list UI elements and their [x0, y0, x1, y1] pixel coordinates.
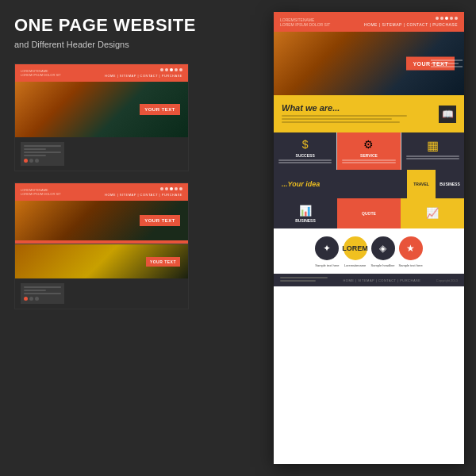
mockup1-dots	[160, 68, 182, 71]
circle-1: ✦	[315, 236, 339, 260]
idea-title: ...Your idea	[282, 180, 320, 188]
gear-icon: ⚙	[342, 138, 395, 151]
mini-dot-y	[29, 297, 33, 301]
feature-cell-service: ⚙ Service	[337, 132, 400, 170]
what-line-1	[282, 115, 407, 117]
idea-right-cells: Travel Business	[407, 170, 464, 198]
biz-label-business: Business	[295, 218, 316, 223]
text-line-4	[24, 155, 46, 156]
circle-icon-4: ★	[406, 243, 415, 254]
circle-item-2: LOREM Loremsitename	[344, 236, 367, 267]
mini-dot-2	[29, 159, 33, 163]
large-nav: HOME | SITEMAP | CONTACT | PURCHASE	[364, 22, 458, 27]
circle-text-3: Sample headline	[371, 263, 395, 267]
mockup-card-1: LOREMSITENAME Lorem ipsum dolor sit HOME…	[14, 63, 189, 171]
side-line-1	[431, 60, 463, 61]
mockup2-dots	[160, 187, 182, 190]
mockup2-footer	[15, 278, 188, 309]
mockup1-logo: LOREMSITENAME Lorem ipsum dolor sit	[21, 69, 61, 77]
circle-item-4: ★ Sample text here	[399, 236, 423, 267]
dot-1	[160, 68, 163, 71]
mockup2-logo: LOREMSITENAME Lorem ipsum dolor sit	[21, 188, 61, 196]
feature-cell-success: $ Success	[274, 132, 336, 170]
mockup2-mini-dots	[24, 297, 61, 301]
what-section: What we are... 📖	[274, 95, 464, 132]
mockup1-footer	[15, 137, 188, 171]
circle-2: LOREM	[344, 236, 367, 260]
dot-5	[179, 68, 182, 71]
circle-text-1: Sample text here	[315, 263, 339, 267]
mini-dot-1	[24, 159, 28, 163]
business-row: 📊 Business Quote 📈	[274, 198, 464, 228]
text-line-a	[24, 286, 61, 288]
fline-2	[278, 162, 332, 163]
feature-cell-extra: ▦	[401, 132, 464, 170]
biz-cell-extra: 📈	[401, 198, 464, 228]
dot-4	[175, 68, 178, 71]
ldot-2	[440, 17, 443, 20]
large-dots	[436, 17, 458, 20]
dot-2	[165, 68, 168, 71]
mockup2-header: LOREMSITENAME Lorem ipsum dolor sit HOME…	[15, 183, 188, 201]
text-line-2	[24, 148, 46, 150]
what-title: What we are...	[282, 103, 439, 113]
biz-label-quote: Quote	[362, 211, 376, 216]
idea-section: ...Your idea Travel Business	[274, 170, 464, 198]
mockup1-tagline: Lorem ipsum dolor sit	[21, 73, 61, 77]
large-logo: LOREMSITENAME Lorem ipsum dolor sit	[280, 17, 330, 27]
footer-line-2	[280, 280, 316, 282]
mini-dot-z	[35, 297, 39, 301]
mockup2-hero-bottom: YOUR TEXT	[15, 244, 188, 278]
large-hero: YOUR TEXT	[274, 32, 464, 95]
what-lines	[282, 115, 439, 123]
large-tagline: Lorem ipsum dolor sit	[280, 22, 330, 27]
footer-line-1	[280, 277, 328, 278]
large-footer: HOME | SITEMAP | CONTACT | PURCHASE Copy…	[274, 274, 464, 286]
dot-b	[165, 187, 168, 190]
feature-label-success: Success	[278, 153, 332, 158]
page-subtitle: and Different Header Designs	[14, 40, 205, 49]
mockup2-nav: HOME | SITEMAP | CONTACT | PURCHASE	[105, 193, 182, 197]
footer-nav: HOME | SITEMAP | CONTACT | PURCHASE	[343, 278, 420, 282]
what-line-2	[282, 118, 392, 120]
footer-left	[280, 277, 328, 283]
features-grid: $ Success ⚙ Service ▦	[274, 132, 464, 170]
circle-4: ★	[399, 236, 423, 260]
biz-icon: 📊	[299, 205, 312, 217]
what-line-3	[282, 121, 400, 123]
page-title: ONE PAGE WEBSITE	[14, 16, 205, 35]
feature-lines-2	[342, 159, 395, 163]
fline-6	[406, 158, 459, 159]
circle-icon-3: ◈	[379, 243, 386, 254]
business-label-1: Business	[440, 182, 460, 186]
large-side-text	[431, 60, 463, 67]
mockup-card-2: LOREMSITENAME Lorem ipsum dolor sit HOME…	[14, 182, 189, 309]
mockup1-nav: HOME | SITEMAP | CONTACT | PURCHASE	[105, 74, 182, 78]
dot-e	[179, 187, 182, 190]
feature-lines-3	[406, 155, 459, 159]
footer-copyright: Copyright 2013	[436, 278, 458, 282]
fline-4	[342, 162, 395, 163]
idea-cell-travel: Travel	[407, 170, 436, 198]
circle-text-2: Loremsitename	[344, 263, 367, 267]
dot-3	[170, 68, 173, 71]
mockup2-text-block	[21, 283, 64, 304]
grid-icon: ▦	[406, 138, 459, 153]
fline-1	[278, 159, 332, 161]
text-line-b	[24, 290, 46, 291]
circle-icon-1: ✦	[323, 243, 331, 254]
circle-item-3: ◈ Sample headline	[371, 236, 395, 267]
mockup2-your-text-bottom: YOUR TEXT	[146, 257, 180, 267]
ldot-4	[450, 17, 453, 20]
chart-icon: 📈	[426, 207, 439, 219]
circles-section: ✦ Sample text here LOREM Loremsitename ◈…	[274, 228, 464, 274]
large-mockup-scroll[interactable]: LOREMSITENAME Lorem ipsum dolor sit HOME…	[274, 12, 464, 464]
circle-3: ◈	[371, 236, 395, 260]
mockup2-your-text-top: YOUR TEXT	[140, 215, 180, 226]
dot-a	[160, 187, 163, 190]
large-mockup: LOREMSITENAME Lorem ipsum dolor sit HOME…	[274, 12, 464, 464]
what-content: What we are...	[282, 103, 439, 125]
dot-d	[175, 187, 178, 190]
mockup1-hero: YOUR TEXT	[15, 82, 188, 137]
mockup1-text-block	[21, 142, 64, 166]
